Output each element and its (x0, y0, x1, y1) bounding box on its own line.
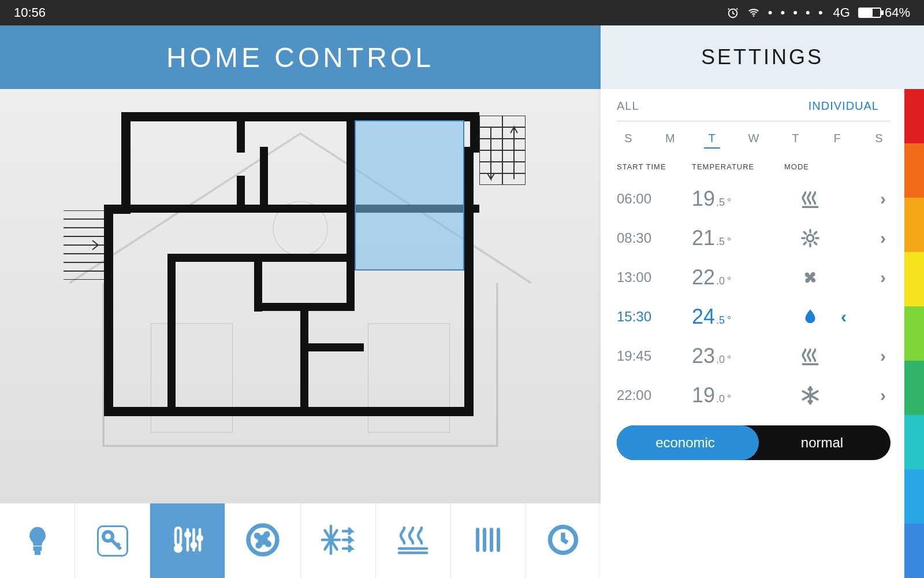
battery-indicator: 64% (858, 5, 910, 20)
page-title: HOME CONTROL (0, 25, 601, 89)
schedule-row-2[interactable]: 13:0022.0°› (617, 258, 891, 297)
schedule-time: 15:30 (617, 309, 692, 325)
stairs-right (479, 116, 526, 185)
svg-line-50 (814, 242, 816, 244)
status-time: 10:56 (14, 5, 726, 20)
radiator-icon (471, 523, 505, 560)
floorplan-area[interactable] (0, 89, 601, 503)
schedule-row-0[interactable]: 06:0019.5°› (617, 179, 891, 218)
mode-toggle[interactable]: economic normal (617, 425, 891, 460)
battery-percent: 64% (885, 5, 910, 20)
svg-point-21 (103, 532, 113, 541)
day-0[interactable]: S (620, 132, 636, 149)
color-segment (904, 306, 924, 361)
schedule-time: 22:00 (617, 387, 692, 403)
svg-point-31 (260, 537, 266, 543)
chevron-right-icon[interactable]: › (836, 386, 891, 405)
toggle-normal[interactable]: normal (754, 435, 891, 451)
color-segment (904, 415, 924, 469)
water-drop-icon (784, 307, 836, 327)
chevron-right-icon[interactable]: › (836, 346, 891, 366)
divider (617, 121, 891, 121)
status-bar: 10:56 • • • • • 4G 64% (0, 0, 924, 25)
sun-icon (784, 228, 836, 248)
svg-rect-22 (176, 528, 181, 545)
schedule-time: 19:45 (617, 348, 692, 364)
schedule-list: 06:0019.5°›08:3021.5°›13:0022.0°›15:3024… (617, 179, 891, 415)
color-segment (904, 198, 924, 252)
day-selector: SMTWTFS (617, 132, 891, 162)
day-1[interactable]: M (662, 132, 678, 149)
snowflake-icon (784, 386, 836, 405)
selected-room[interactable] (355, 120, 464, 271)
schedule-row-3[interactable]: 15:3024.5°› (617, 297, 891, 336)
day-3[interactable]: W (746, 132, 762, 149)
svg-point-44 (807, 235, 813, 241)
clock-tile[interactable] (526, 503, 601, 578)
floorplan[interactable] (81, 112, 520, 424)
toggle-economic[interactable]: economic (617, 435, 754, 451)
light-tile[interactable] (0, 503, 75, 578)
color-segment (904, 89, 924, 143)
schedule-temp: 24.5° (692, 305, 784, 329)
schedule-temp: 22.0° (692, 265, 784, 290)
chevron-right-icon[interactable]: › (836, 268, 891, 287)
heat-waves-icon (784, 346, 836, 366)
svg-point-28 (192, 543, 196, 547)
network-label: 4G (833, 5, 850, 20)
color-segment (904, 143, 924, 198)
color-scale (904, 89, 924, 578)
schedule-temp: 21.5° (692, 226, 784, 250)
svg-point-1 (752, 15, 754, 17)
day-5[interactable]: F (829, 132, 845, 149)
schedule-temp: 19.0° (692, 383, 784, 407)
floor-heat-tile[interactable] (376, 503, 451, 578)
settings-title: SETTINGS (601, 25, 924, 89)
day-2[interactable]: T (704, 132, 720, 149)
chevron-right-icon[interactable]: › (836, 307, 891, 327)
color-segment (904, 252, 924, 306)
color-segment (904, 524, 924, 578)
ac-tile[interactable] (301, 503, 376, 578)
schedule-row-1[interactable]: 08:3021.5°› (617, 218, 891, 258)
fan-tile[interactable] (225, 503, 300, 578)
schedule-row-4[interactable]: 19:4523.0°› (617, 336, 891, 376)
schedule-temp: 23.0° (692, 344, 784, 368)
chevron-right-icon[interactable]: › (836, 228, 891, 248)
radiator-tile[interactable] (451, 503, 526, 578)
thermostat-tile[interactable] (150, 503, 225, 578)
header-mode: MODE (784, 162, 836, 171)
day-6[interactable]: S (871, 132, 887, 149)
light-icon (20, 523, 55, 560)
ac-icon (321, 523, 355, 560)
clock-icon (546, 523, 580, 560)
header-start-time: START TIME (617, 162, 692, 171)
wifi-icon (747, 6, 760, 19)
key-tile[interactable] (75, 503, 150, 578)
key-icon (97, 525, 128, 557)
heat-waves-icon (784, 189, 836, 209)
stairs-left (64, 210, 104, 280)
floor-heat-icon (396, 523, 430, 560)
signal-dots: • • • • • (768, 5, 825, 20)
svg-point-29 (198, 536, 202, 540)
svg-point-23 (174, 544, 182, 553)
color-segment (904, 361, 924, 415)
alarm-icon (726, 6, 739, 19)
svg-line-52 (814, 232, 816, 234)
schedule-time: 13:00 (617, 269, 692, 286)
schedule-time: 06:00 (617, 191, 692, 207)
schedule-row-5[interactable]: 22:0019.0°› (617, 376, 891, 415)
thermostat-icon (170, 523, 205, 560)
tab-all[interactable]: ALL (617, 99, 639, 117)
bottom-nav (0, 503, 601, 578)
settings-tabs: ALL INDIVIDUAL (617, 99, 891, 117)
svg-point-53 (808, 276, 812, 279)
svg-line-49 (804, 232, 806, 234)
schedule-headers: START TIME TEMPERATURE MODE (617, 162, 891, 179)
chevron-right-icon[interactable]: › (836, 189, 891, 209)
day-4[interactable]: T (787, 132, 803, 149)
status-right: • • • • • 4G 64% (726, 5, 910, 20)
schedule-temp: 19.5° (692, 187, 784, 211)
tab-individual[interactable]: INDIVIDUAL (808, 99, 879, 117)
